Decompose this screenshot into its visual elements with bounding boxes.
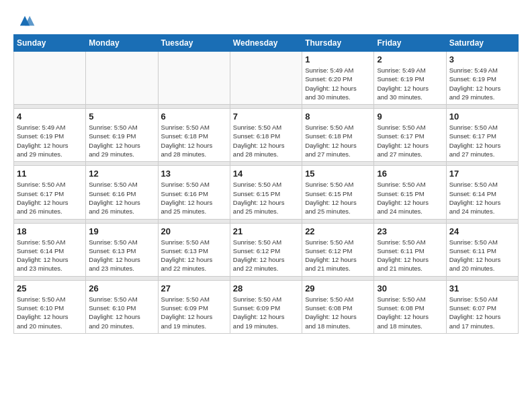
calendar-week-3: 11Sunrise: 5:50 AM Sunset: 6:17 PM Dayli… — [14, 166, 519, 219]
day-info: Sunrise: 5:50 AM Sunset: 6:12 PM Dayligh… — [233, 238, 299, 273]
day-info: Sunrise: 5:50 AM Sunset: 6:16 PM Dayligh… — [89, 180, 154, 216]
day-info: Sunrise: 5:50 AM Sunset: 6:17 PM Dayligh… — [377, 123, 443, 158]
calendar-cell: 5Sunrise: 5:50 AM Sunset: 6:19 PM Daylig… — [86, 109, 158, 162]
day-info: Sunrise: 5:50 AM Sunset: 6:18 PM Dayligh… — [233, 123, 299, 158]
calendar-cell: 2Sunrise: 5:49 AM Sunset: 6:19 PM Daylig… — [374, 52, 446, 105]
weekday-header-tuesday: Tuesday — [158, 35, 230, 52]
day-number: 14 — [233, 169, 299, 179]
calendar-cell: 31Sunrise: 5:50 AM Sunset: 6:07 PM Dayli… — [446, 280, 518, 333]
day-number: 1 — [305, 54, 371, 64]
day-number: 29 — [305, 283, 371, 293]
calendar-cell — [230, 52, 302, 105]
calendar-cell: 21Sunrise: 5:50 AM Sunset: 6:12 PM Dayli… — [230, 223, 302, 276]
day-number: 15 — [305, 169, 371, 179]
calendar-cell: 19Sunrise: 5:50 AM Sunset: 6:13 PM Dayli… — [86, 223, 158, 276]
day-number: 2 — [377, 54, 443, 64]
calendar-cell — [14, 52, 86, 105]
calendar-cell: 18Sunrise: 5:50 AM Sunset: 6:14 PM Dayli… — [14, 223, 86, 276]
day-number: 26 — [89, 283, 154, 293]
day-number: 5 — [89, 111, 154, 122]
calendar-cell: 11Sunrise: 5:50 AM Sunset: 6:17 PM Dayli… — [14, 166, 86, 219]
day-info: Sunrise: 5:50 AM Sunset: 6:12 PM Dayligh… — [305, 238, 371, 273]
calendar-cell: 17Sunrise: 5:50 AM Sunset: 6:14 PM Dayli… — [446, 166, 518, 219]
calendar-cell: 14Sunrise: 5:50 AM Sunset: 6:15 PM Dayli… — [230, 166, 302, 219]
day-info: Sunrise: 5:50 AM Sunset: 6:14 PM Dayligh… — [449, 180, 515, 216]
day-info: Sunrise: 5:50 AM Sunset: 6:13 PM Dayligh… — [161, 238, 227, 273]
calendar-cell: 10Sunrise: 5:50 AM Sunset: 6:17 PM Dayli… — [446, 109, 518, 162]
day-number: 22 — [305, 226, 371, 236]
day-number: 18 — [17, 226, 83, 236]
page-header — [13, 13, 519, 28]
day-number: 28 — [233, 283, 299, 293]
day-number: 13 — [161, 169, 227, 179]
day-info: Sunrise: 5:50 AM Sunset: 6:15 PM Dayligh… — [305, 180, 371, 216]
day-number: 12 — [89, 169, 154, 179]
day-number: 6 — [161, 111, 227, 122]
calendar-cell: 28Sunrise: 5:50 AM Sunset: 6:09 PM Dayli… — [230, 280, 302, 333]
day-info: Sunrise: 5:50 AM Sunset: 6:17 PM Dayligh… — [17, 180, 83, 216]
day-number: 30 — [377, 283, 443, 293]
calendar-cell: 13Sunrise: 5:50 AM Sunset: 6:16 PM Dayli… — [158, 166, 230, 219]
day-number: 25 — [17, 283, 83, 293]
day-info: Sunrise: 5:50 AM Sunset: 6:09 PM Dayligh… — [233, 295, 299, 330]
calendar-cell: 20Sunrise: 5:50 AM Sunset: 6:13 PM Dayli… — [158, 223, 230, 276]
calendar-cell: 4Sunrise: 5:49 AM Sunset: 6:19 PM Daylig… — [14, 109, 86, 162]
calendar-cell: 25Sunrise: 5:50 AM Sunset: 6:10 PM Dayli… — [14, 280, 86, 333]
day-number: 19 — [89, 226, 154, 236]
calendar-cell: 30Sunrise: 5:50 AM Sunset: 6:08 PM Dayli… — [374, 280, 446, 333]
day-info: Sunrise: 5:50 AM Sunset: 6:16 PM Dayligh… — [161, 180, 227, 216]
day-info: Sunrise: 5:50 AM Sunset: 6:15 PM Dayligh… — [233, 180, 299, 216]
weekday-header-sunday: Sunday — [14, 35, 86, 52]
weekday-header-thursday: Thursday — [302, 35, 374, 52]
day-number: 8 — [305, 111, 371, 122]
day-info: Sunrise: 5:50 AM Sunset: 6:09 PM Dayligh… — [161, 295, 227, 330]
day-info: Sunrise: 5:49 AM Sunset: 6:19 PM Dayligh… — [17, 123, 83, 158]
weekday-header-saturday: Saturday — [446, 35, 518, 52]
calendar-cell: 8Sunrise: 5:50 AM Sunset: 6:18 PM Daylig… — [302, 109, 374, 162]
day-info: Sunrise: 5:50 AM Sunset: 6:10 PM Dayligh… — [17, 295, 83, 330]
day-info: Sunrise: 5:50 AM Sunset: 6:14 PM Dayligh… — [17, 238, 83, 273]
day-info: Sunrise: 5:50 AM Sunset: 6:13 PM Dayligh… — [89, 238, 154, 273]
calendar-cell: 27Sunrise: 5:50 AM Sunset: 6:09 PM Dayli… — [158, 280, 230, 333]
calendar-cell: 12Sunrise: 5:50 AM Sunset: 6:16 PM Dayli… — [86, 166, 158, 219]
calendar-cell: 26Sunrise: 5:50 AM Sunset: 6:10 PM Dayli… — [86, 280, 158, 333]
day-number: 27 — [161, 283, 227, 293]
calendar-cell: 3Sunrise: 5:49 AM Sunset: 6:19 PM Daylig… — [446, 52, 518, 105]
calendar-week-2: 4Sunrise: 5:49 AM Sunset: 6:19 PM Daylig… — [14, 109, 519, 162]
calendar-cell: 24Sunrise: 5:50 AM Sunset: 6:11 PM Dayli… — [446, 223, 518, 276]
calendar-cell: 9Sunrise: 5:50 AM Sunset: 6:17 PM Daylig… — [374, 109, 446, 162]
day-number: 4 — [17, 111, 83, 122]
day-number: 23 — [377, 226, 443, 236]
calendar-cell: 29Sunrise: 5:50 AM Sunset: 6:08 PM Dayli… — [302, 280, 374, 333]
day-info: Sunrise: 5:50 AM Sunset: 6:10 PM Dayligh… — [89, 295, 154, 330]
weekday-header-row: SundayMondayTuesdayWednesdayThursdayFrid… — [14, 35, 519, 52]
day-number: 11 — [17, 169, 83, 179]
day-number: 21 — [233, 226, 299, 236]
day-info: Sunrise: 5:49 AM Sunset: 6:19 PM Dayligh… — [377, 66, 443, 101]
day-info: Sunrise: 5:50 AM Sunset: 6:11 PM Dayligh… — [449, 238, 515, 273]
calendar-cell: 7Sunrise: 5:50 AM Sunset: 6:18 PM Daylig… — [230, 109, 302, 162]
day-info: Sunrise: 5:49 AM Sunset: 6:20 PM Dayligh… — [305, 66, 371, 101]
day-info: Sunrise: 5:50 AM Sunset: 6:15 PM Dayligh… — [377, 180, 443, 216]
day-info: Sunrise: 5:50 AM Sunset: 6:18 PM Dayligh… — [305, 123, 371, 158]
day-number: 16 — [377, 169, 443, 179]
day-info: Sunrise: 5:49 AM Sunset: 6:19 PM Dayligh… — [449, 66, 515, 101]
calendar-cell: 1Sunrise: 5:49 AM Sunset: 6:20 PM Daylig… — [302, 52, 374, 105]
day-info: Sunrise: 5:50 AM Sunset: 6:07 PM Dayligh… — [449, 295, 515, 330]
day-info: Sunrise: 5:50 AM Sunset: 6:19 PM Dayligh… — [89, 123, 154, 158]
day-number: 31 — [449, 283, 515, 293]
day-number: 9 — [377, 111, 443, 122]
day-number: 3 — [449, 54, 515, 64]
calendar-cell — [86, 52, 158, 105]
day-info: Sunrise: 5:50 AM Sunset: 6:17 PM Dayligh… — [449, 123, 515, 158]
calendar-cell: 15Sunrise: 5:50 AM Sunset: 6:15 PM Dayli… — [302, 166, 374, 219]
logo[interactable] — [13, 13, 38, 28]
weekday-header-monday: Monday — [86, 35, 158, 52]
day-info: Sunrise: 5:50 AM Sunset: 6:08 PM Dayligh… — [377, 295, 443, 330]
weekday-header-wednesday: Wednesday — [230, 35, 302, 52]
calendar-week-4: 18Sunrise: 5:50 AM Sunset: 6:14 PM Dayli… — [14, 223, 519, 276]
day-number: 10 — [449, 111, 515, 122]
day-number: 7 — [233, 111, 299, 122]
day-number: 20 — [161, 226, 227, 236]
calendar-cell: 22Sunrise: 5:50 AM Sunset: 6:12 PM Dayli… — [302, 223, 374, 276]
